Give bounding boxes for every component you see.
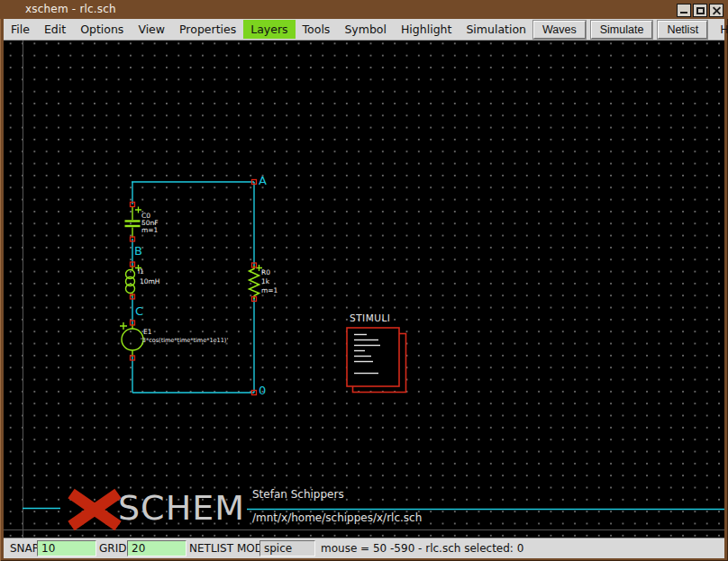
minimize-button[interactable]: [677, 4, 691, 17]
menu-symbol[interactable]: Symbol: [337, 20, 394, 39]
inductor-ref: l1: [138, 268, 144, 276]
menu-properties[interactable]: Properties: [172, 20, 243, 39]
inductor-value: 10mH: [140, 278, 160, 285]
schematic-graphics: [4, 41, 724, 538]
menu-view[interactable]: View: [131, 20, 172, 39]
component-capacitor-c0[interactable]: [125, 206, 142, 238]
net-label-a[interactable]: A: [259, 175, 267, 186]
minimize-icon: [680, 12, 687, 14]
net-label-b[interactable]: B: [134, 245, 142, 257]
menu-highlight[interactable]: Highlight: [394, 20, 459, 39]
resistor-mult: m=1: [261, 287, 278, 294]
menu-help[interactable]: Help: [713, 20, 728, 39]
titlebar[interactable]: xschem - rlc.sch: [0, 0, 728, 19]
source-value: '3*cos(time*time*time*1e11)': [141, 338, 228, 344]
menubar: File Edit Options View Properties Layers…: [4, 19, 724, 41]
grid-input[interactable]: [127, 540, 187, 556]
window-title: xschem - rlc.sch: [25, 3, 116, 15]
stimuli-launcher[interactable]: [347, 328, 406, 393]
origin-axes: [4, 41, 724, 538]
component-resistor-r0[interactable]: [250, 265, 263, 299]
waves-button[interactable]: Waves: [533, 21, 586, 39]
menu-edit[interactable]: Edit: [37, 20, 73, 39]
net-label-c[interactable]: C: [135, 305, 143, 317]
stimuli-caption: STIMULI: [350, 312, 390, 323]
schematic-canvas[interactable]: A B C 0 C0 50nF m=1 l1 10mH E1 '3*cos(ti…: [4, 41, 724, 538]
title-block-author: Stefan Schippers: [252, 488, 344, 501]
plus-polarity-icon: [120, 322, 127, 330]
resistor-ref: R0: [261, 269, 270, 276]
close-button[interactable]: [709, 4, 723, 17]
statusbar: SNAP: GRID: NETLIST MODE: mouse = 50 -59…: [4, 538, 724, 558]
simulate-button[interactable]: Simulate: [591, 21, 653, 39]
xschem-window: xschem - rlc.sch File Edit Options View …: [0, 0, 728, 561]
menu-simulation[interactable]: Simulation: [459, 20, 533, 39]
net-label-gnd[interactable]: 0: [259, 385, 266, 396]
menu-options[interactable]: Options: [73, 20, 131, 39]
capacitor-mult: m=1: [141, 227, 158, 234]
menu-layers[interactable]: Layers: [243, 20, 295, 39]
status-message: mouse = 50 -590 - rlc.sch selected: 0: [321, 542, 523, 555]
maximize-button[interactable]: [693, 4, 707, 17]
resistor-value: 1k: [261, 278, 269, 285]
plus-polarity-icon: [135, 207, 141, 213]
title-block-path: /mnt/x/home/schippes/x/rlc.sch: [252, 511, 422, 524]
maximize-icon: [696, 7, 705, 14]
grid-label: GRID:: [99, 542, 130, 555]
source-ref: E1: [143, 329, 152, 336]
window-controls: [677, 4, 723, 17]
stimuli-front-sheet: [347, 328, 399, 386]
logo-schem-text: SCHEM: [118, 488, 245, 528]
menu-tools[interactable]: Tools: [296, 20, 338, 39]
snap-input[interactable]: [37, 540, 96, 556]
netlist-button[interactable]: Netlist: [658, 21, 707, 39]
menu-file[interactable]: File: [4, 20, 37, 39]
netlist-mode-input[interactable]: [259, 540, 315, 556]
